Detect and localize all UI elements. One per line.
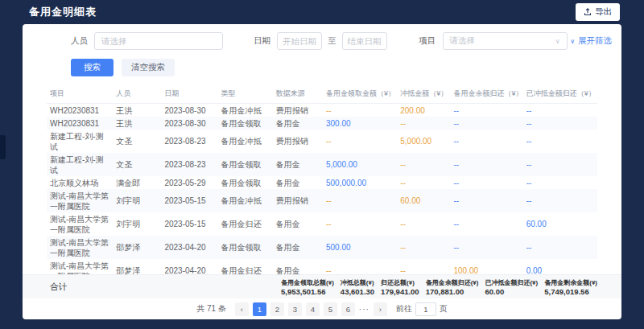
amount-cell: -- xyxy=(523,104,597,117)
export-button[interactable]: 导出 xyxy=(576,3,620,21)
action-bar: 搜索 清空搜索 xyxy=(71,59,597,76)
column-header: 已冲抵金额归还（¥） xyxy=(523,84,597,104)
column-header: 类型 xyxy=(218,84,273,104)
text-cell: 备用金归还 xyxy=(218,259,273,274)
amount-cell: 5,000.00 xyxy=(397,130,450,153)
summary-stat: 归还总额(¥)179,941.00 xyxy=(381,278,419,296)
goto-page-input[interactable] xyxy=(415,302,436,316)
page-button[interactable]: 1 xyxy=(253,302,266,316)
text-cell: 2023-05-29 xyxy=(161,176,217,189)
text-cell: 邵梦泽 xyxy=(113,236,161,259)
text-cell: 2023-08-23 xyxy=(161,130,217,153)
text-cell: 备用金冲抵 xyxy=(218,104,273,117)
summary-stat: 冲抵总额(¥)43,601.30 xyxy=(341,278,374,296)
chevron-down-icon: ∨ xyxy=(555,38,560,45)
amount-cell: 60.00 xyxy=(397,189,450,212)
amount-cell: -- xyxy=(450,130,522,153)
data-table: 项目人员日期类型数据来源备用金领取金额（¥）冲抵金额（¥）备用金余额归还（¥）已… xyxy=(47,84,597,274)
text-cell: 测试-南昌大学第一附属医院 xyxy=(47,189,113,212)
person-filter-input[interactable] xyxy=(94,32,223,50)
table-row: 北京顺义林场满金郎2023-05-29备用金领取备用金500,000.00---… xyxy=(47,176,597,189)
project-select-placeholder: 请选择 xyxy=(450,35,476,47)
amount-cell: 200.00 xyxy=(397,104,450,117)
page-button[interactable]: 2 xyxy=(270,302,284,316)
pagination: 共 71 条 ‹ 123456 ··· › 前往 页 xyxy=(23,298,621,319)
text-cell: 备用金领取 xyxy=(218,117,273,130)
table-header-row: 项目人员日期类型数据来源备用金领取金额（¥）冲抵金额（¥）备用金余额归还（¥）已… xyxy=(47,84,597,104)
date-start-input[interactable] xyxy=(277,32,322,50)
text-cell: 测试-南昌大学第一附属医院 xyxy=(47,236,113,259)
amount-cell: 100.00 xyxy=(450,259,522,274)
amount-cell: -- xyxy=(450,212,522,236)
table-row: 新建工程-刘-测试文圣2023-08-23备用金领取备用金5,000.00---… xyxy=(47,153,597,176)
pagination-ellipsis: ··· xyxy=(359,305,369,314)
table-row: 测试-南昌大学第一附属医院邵梦泽2023-04-20备用金归还备用金----10… xyxy=(47,259,597,274)
text-cell: 刘宇明 xyxy=(113,189,161,212)
text-cell: 2023-04-20 xyxy=(161,259,217,274)
text-cell: 备用金 xyxy=(273,153,323,176)
amount-cell: -- xyxy=(450,104,522,117)
next-page-button[interactable]: › xyxy=(374,302,387,316)
date-range-separator: 至 xyxy=(328,35,336,47)
chevron-down-icon: ∨ xyxy=(570,38,575,45)
amount-cell: -- xyxy=(323,189,397,212)
search-button[interactable]: 搜索 xyxy=(71,59,114,76)
table-row: WH20230831王洪2023-08-30备用金领取备用金300.00----… xyxy=(47,117,597,130)
amount-cell: -- xyxy=(450,176,522,189)
date-filter-label: 日期 xyxy=(254,35,270,47)
text-cell: 新建工程-刘-测试 xyxy=(47,130,113,153)
amount-cell: -- xyxy=(523,236,597,259)
text-cell: 文圣 xyxy=(113,130,161,153)
amount-cell: -- xyxy=(523,130,597,153)
clear-search-button[interactable]: 清空搜索 xyxy=(122,59,175,76)
table-row: WH20230831王洪2023-08-30备用金冲抵费用报销--200.00-… xyxy=(47,104,597,117)
summary-stat: 备用金领取总额(¥)5,953,501.56 xyxy=(281,278,334,296)
amount-cell: -- xyxy=(323,259,397,274)
project-filter-label: 项目 xyxy=(419,35,436,47)
page-button[interactable]: 3 xyxy=(288,302,302,316)
amount-cell: -- xyxy=(523,153,597,176)
text-cell: 刘宇明 xyxy=(113,212,161,236)
summary-stat-label: 备用金余额归还(¥) xyxy=(426,278,479,287)
amount-cell: -- xyxy=(397,236,450,259)
summary-stat-label: 冲抵总额(¥) xyxy=(341,278,374,287)
project-select[interactable]: 请选择 ∨ xyxy=(443,32,568,50)
date-end-input[interactable] xyxy=(342,32,387,50)
amount-cell: -- xyxy=(450,153,522,176)
text-cell: 费用报销 xyxy=(273,104,323,117)
amount-cell: -- xyxy=(523,189,597,212)
column-header: 备用金余额归还（¥） xyxy=(450,84,522,104)
amount-cell: -- xyxy=(523,117,597,130)
text-cell: 备用金冲抵 xyxy=(218,130,273,153)
summary-stat: 备用金余额归还(¥)170,881.00 xyxy=(426,278,479,296)
summary-row: 合计 备用金领取总额(¥)5,953,501.56冲抵总额(¥)43,601.3… xyxy=(23,274,621,298)
summary-stat-value: 60.00 xyxy=(485,287,538,296)
filter-bar: 人员 日期 至 项目 请选择 ∨ ∨ 展开筛选 xyxy=(71,31,612,51)
text-cell: 满金郎 xyxy=(113,176,161,189)
expand-filters-link[interactable]: ∨ 展开筛选 xyxy=(570,35,612,47)
prev-page-button[interactable]: ‹ xyxy=(235,302,249,316)
page-button[interactable]: 6 xyxy=(341,302,355,316)
text-cell: 2023-05-15 xyxy=(161,189,217,212)
summary-stat-value: 170,881.00 xyxy=(426,287,479,296)
sidebar-collapse-handle[interactable] xyxy=(0,135,6,159)
text-cell: 备用金 xyxy=(273,117,323,130)
summary-stat-value: 5,749,019.56 xyxy=(544,287,597,296)
text-cell: 北京顺义林场 xyxy=(47,176,113,189)
text-cell: 2023-08-30 xyxy=(161,104,217,117)
text-cell: 2023-05-15 xyxy=(161,212,217,236)
page-button[interactable]: 4 xyxy=(306,302,320,316)
text-cell: 2023-08-30 xyxy=(161,117,217,130)
column-header: 冲抵金额（¥） xyxy=(397,84,450,104)
text-cell: 备用金冲抵 xyxy=(218,189,273,212)
amount-cell: -- xyxy=(450,236,522,259)
text-cell: 费用报销 xyxy=(273,189,323,212)
text-cell: 备用金领取 xyxy=(218,176,273,189)
page-button[interactable]: 5 xyxy=(324,302,337,316)
export-button-label: 导出 xyxy=(595,6,612,18)
data-table-container: 项目人员日期类型数据来源备用金领取金额（¥）冲抵金额（¥）备用金余额归还（¥）已… xyxy=(47,84,597,274)
summary-total-label: 合计 xyxy=(47,282,67,293)
summary-stat-label: 归还总额(¥) xyxy=(381,278,419,287)
table-body: WH20230831王洪2023-08-30备用金冲抵费用报销--200.00-… xyxy=(47,104,597,275)
table-row: 测试-南昌大学第一附属医院刘宇明2023-05-15备用金冲抵费用报销--60.… xyxy=(47,189,597,212)
